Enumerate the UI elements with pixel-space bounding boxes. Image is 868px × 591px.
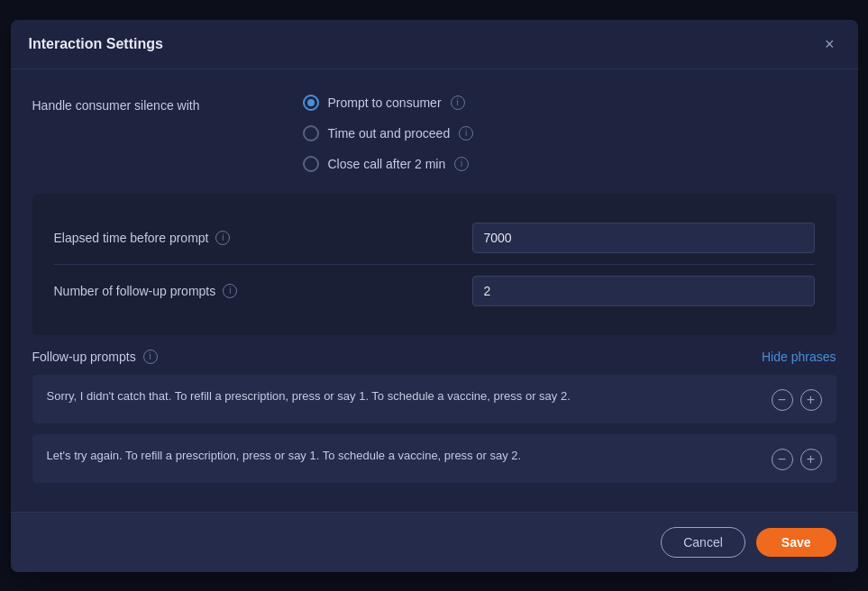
info-icon-followup-count: i [223, 284, 237, 298]
follow-up-count-label: Number of follow-up prompts i [54, 284, 238, 298]
follow-up-count-input[interactable] [472, 276, 815, 306]
handle-silence-section: Handle consumer silence with Prompt to c… [32, 95, 836, 172]
radio-circle-close [303, 156, 319, 172]
minus-icon-1: − [772, 389, 793, 411]
interaction-settings-modal: Interaction Settings × Handle consumer s… [11, 20, 858, 572]
info-icon-followup-prompts: i [143, 350, 158, 364]
follow-up-prompts-label: Follow-up prompts i [32, 350, 158, 364]
radio-circle-prompt [303, 95, 319, 111]
elapsed-time-input[interactable] [472, 223, 815, 253]
silence-radio-group: Prompt to consumer i Time out and procee… [303, 95, 474, 172]
info-icon-close: i [454, 157, 469, 171]
prompt-text-1: Sorry, I didn't catch that. To refill a … [47, 387, 761, 405]
radio-circle-timeout [303, 125, 319, 141]
radio-label-close: Close call after 2 min [328, 157, 446, 171]
follow-up-count-row: Number of follow-up prompts i [54, 264, 815, 317]
cancel-button[interactable]: Cancel [661, 527, 745, 558]
radio-label-prompt: Prompt to consumer [328, 95, 442, 110]
radio-option-close[interactable]: Close call after 2 min i [303, 156, 474, 172]
info-icon-elapsed: i [215, 231, 230, 245]
elapsed-time-label: Elapsed time before prompt i [54, 231, 231, 245]
follow-up-prompts-header: Follow-up prompts i Hide phrases [32, 350, 836, 364]
modal-title: Interaction Settings [29, 36, 163, 52]
radio-label-timeout: Time out and proceed [328, 126, 451, 141]
prompt-item-2: Let's try again. To refill a prescriptio… [32, 434, 836, 483]
follow-up-prompts-section: Follow-up prompts i Hide phrases Sorry, … [32, 350, 836, 483]
modal-overlay: Interaction Settings × Handle consumer s… [0, 0, 868, 591]
radio-option-timeout[interactable]: Time out and proceed i [303, 125, 474, 141]
elapsed-time-row: Elapsed time before prompt i [54, 212, 815, 264]
hide-phrases-button[interactable]: Hide phrases [762, 350, 836, 364]
info-icon-prompt: i [451, 95, 465, 110]
add-prompt-2-button[interactable]: + [800, 449, 822, 470]
minus-icon-2: − [772, 449, 793, 470]
prompt-actions-1: − + [772, 387, 822, 411]
prompt-item-1: Sorry, I didn't catch that. To refill a … [32, 375, 836, 423]
modal-header: Interaction Settings × [11, 20, 858, 69]
form-section: Elapsed time before prompt i Number of f… [32, 194, 836, 335]
remove-prompt-2-button[interactable]: − [772, 449, 793, 470]
handle-silence-label: Handle consumer silence with [32, 95, 303, 113]
prompt-actions-2: − + [772, 447, 822, 470]
prompt-text-2: Let's try again. To refill a prescriptio… [47, 447, 761, 465]
plus-icon-2: + [800, 449, 822, 470]
plus-icon-1: + [800, 389, 822, 411]
info-icon-timeout: i [459, 126, 473, 141]
modal-footer: Cancel Save [11, 512, 858, 572]
remove-prompt-1-button[interactable]: − [772, 389, 793, 411]
add-prompt-1-button[interactable]: + [800, 389, 822, 411]
radio-option-prompt[interactable]: Prompt to consumer i [303, 95, 474, 111]
close-button[interactable]: × [819, 34, 840, 54]
save-button[interactable]: Save [756, 528, 836, 557]
modal-body: Handle consumer silence with Prompt to c… [11, 69, 858, 512]
